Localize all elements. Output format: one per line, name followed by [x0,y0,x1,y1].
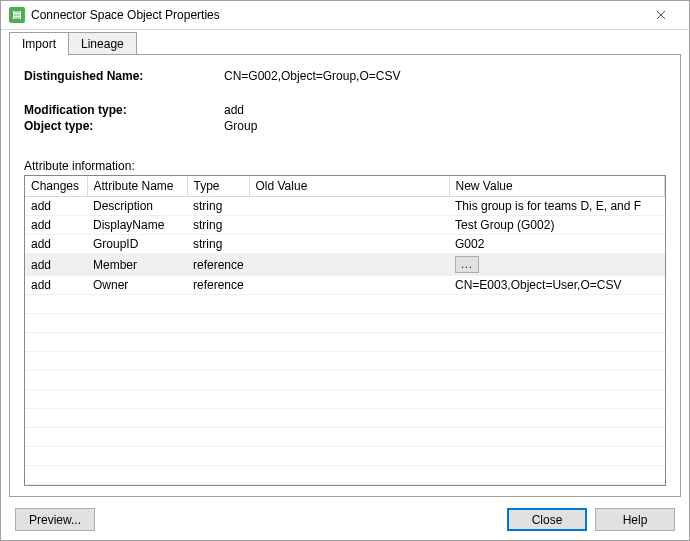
table-header-row: Changes Attribute Name Type Old Value Ne… [25,176,665,197]
table-row[interactable]: addGroupIDstringG002 [25,235,665,254]
table-row [25,333,665,352]
table-row [25,314,665,333]
modtype-label: Modification type: [24,103,224,117]
table-row[interactable]: addOwnerreferenceCN=E003,Object=User,O=C… [25,276,665,295]
table-row[interactable]: addDisplayNamestringTest Group (G002) [25,216,665,235]
help-button[interactable]: Help [595,508,675,531]
ellipsis-button[interactable]: ... [455,256,479,273]
col-new-value[interactable]: New Value [449,176,665,197]
window-title: Connector Space Object Properties [31,8,641,22]
tab-import[interactable]: Import [9,32,69,55]
table-row[interactable]: addDescriptionstringThis group is for te… [25,197,665,216]
dn-value: CN=G002,Object=Group,O=CSV [224,69,400,83]
dn-label: Distinguished Name: [24,69,224,83]
table-row[interactable]: addMemberreference... [25,254,665,276]
col-attribute[interactable]: Attribute Name [87,176,187,197]
modtype-value: add [224,103,244,117]
table-row [25,352,665,371]
col-type[interactable]: Type [187,176,249,197]
col-old-value[interactable]: Old Value [249,176,449,197]
objtype-label: Object type: [24,119,224,133]
app-icon [9,7,25,23]
table-row [25,466,665,485]
close-button[interactable]: Close [507,508,587,531]
table-row [25,409,665,428]
preview-button[interactable]: Preview... [15,508,95,531]
dialog-footer: Preview... Close Help [1,500,689,541]
tab-strip: Import Lineage [1,30,689,55]
objtype-value: Group [224,119,257,133]
dialog-window: Connector Space Object Properties Import… [0,0,690,541]
table-row [25,390,665,409]
title-bar: Connector Space Object Properties [1,1,689,30]
col-changes[interactable]: Changes [25,176,87,197]
tab-lineage[interactable]: Lineage [68,32,137,55]
table-row [25,295,665,314]
table-row [25,371,665,390]
import-panel: Distinguished Name: CN=G002,Object=Group… [9,54,681,497]
close-icon[interactable] [641,1,681,29]
attribute-info-title: Attribute information: [24,159,666,173]
table-row [25,447,665,466]
table-row [25,428,665,447]
attribute-table: Changes Attribute Name Type Old Value Ne… [24,175,666,486]
